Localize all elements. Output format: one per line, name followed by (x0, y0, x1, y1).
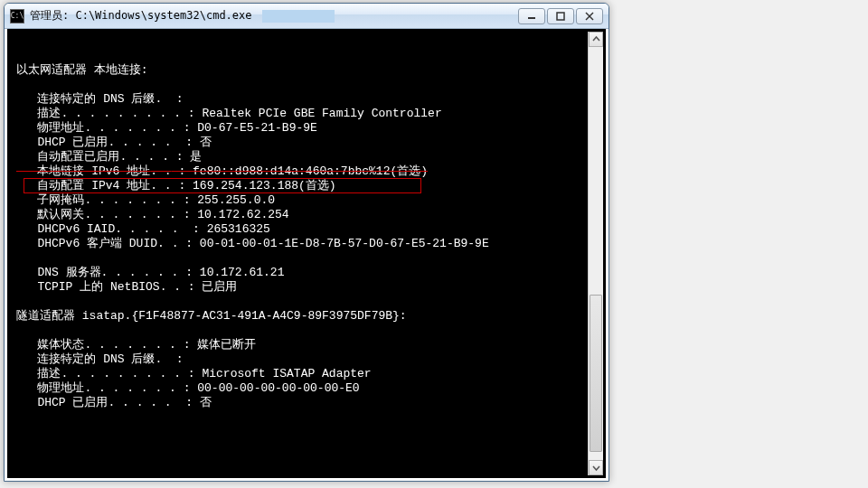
ethernet-row: 自动配置 IPv4 地址. . : 169.254.123.188(首选) (16, 179, 602, 193)
window-title: 管理员: C:\Windows\system32\cmd.exe (30, 8, 516, 23)
svg-rect-1 (557, 13, 564, 20)
tunnel-row: 描述. . . . . . . . . : Microsoft ISATAP A… (16, 367, 602, 381)
row-sep: : (169, 352, 190, 367)
title-redacted (262, 10, 335, 23)
row-sep: : (172, 179, 193, 193)
row-value: 否 (200, 136, 212, 150)
row-leader: . . . . . (115, 222, 185, 237)
ethernet-row: TCPIP 上的 NetBIOS. . : 已启用 (16, 280, 602, 295)
row-leader: . . . . . . . . . (61, 107, 181, 121)
row-value: D0-67-E5-21-B9-9E (197, 121, 317, 136)
row-sep: : (185, 222, 206, 237)
row-sep: : (181, 280, 202, 295)
ethernet-row: 描述. . . . . . . . . : Realtek PCIe GBE F… (16, 107, 602, 121)
row-value: 00-00-00-00-00-00-00-E0 (197, 381, 359, 396)
row-label: 物理地址 (16, 121, 84, 136)
scroll-track[interactable] (589, 47, 603, 460)
row-value: 00-01-00-01-1E-D8-7B-57-D0-67-E5-21-B9-9… (200, 237, 489, 251)
row-value: 是 (190, 150, 202, 164)
row-label: 描述 (16, 107, 61, 121)
row-leader: . . (150, 164, 171, 179)
row-sep: : (178, 396, 199, 410)
ethernet-row: DHCPv6 IAID. . . . . : 265316325 (16, 222, 602, 237)
scroll-down-button[interactable] (589, 460, 603, 475)
row-sep: : (176, 381, 197, 396)
row-leader: . . (160, 280, 181, 295)
row-leader: . (155, 92, 169, 107)
row-value: fe80::d988:d14a:460a:7bbc%12(首选) (193, 164, 428, 179)
tunnel-row: 物理地址. . . . . . . : 00-00-00-00-00-00-00… (16, 381, 602, 396)
row-label: 默认网关 (16, 208, 84, 222)
vertical-scrollbar[interactable] (588, 32, 603, 475)
window-buttons (516, 8, 603, 24)
row-label: DNS 服务器 (16, 266, 101, 280)
row-label: 物理地址 (16, 381, 84, 396)
blank-line (16, 78, 602, 92)
row-leader: . . (157, 237, 178, 251)
row-value: 媒体已断开 (197, 338, 256, 352)
ethernet-row: 自动配置已启用. . . . : 是 (16, 150, 602, 164)
tunnel-header: 隧道适配器 isatap.{F1F48877-AC31-491A-A4C9-89… (16, 309, 602, 324)
maximize-button[interactable] (547, 8, 574, 24)
row-label: 描述 (16, 367, 61, 381)
row-label: DHCP 已启用 (16, 136, 108, 150)
blank-line (16, 324, 602, 338)
row-value: 265316325 (207, 222, 270, 237)
ethernet-row: 本地链接 IPv6 地址. . : fe80::d988:d14a:460a:7… (16, 164, 602, 179)
row-leader: . . . . . (108, 136, 178, 150)
titlebar[interactable]: C:\ 管理员: C:\Windows\system32\cmd.exe (5, 4, 609, 29)
row-sep: : (176, 338, 197, 352)
row-value: Microsoft ISATAP Adapter (202, 367, 371, 381)
minimize-button[interactable] (518, 8, 545, 24)
row-sep: : (176, 208, 197, 222)
row-sep: : (172, 164, 193, 179)
row-leader: . . . . . (108, 396, 178, 410)
close-button[interactable] (576, 8, 603, 24)
row-label: TCPIP 上的 NetBIOS (16, 280, 160, 295)
row-sep: : (176, 193, 197, 208)
row-sep: : (178, 266, 199, 280)
row-value: Realtek PCIe GBE Family Controller (202, 107, 441, 121)
row-label: 本地链接 IPv6 地址 (16, 164, 150, 179)
ethernet-row: DHCP 已启用. . . . . : 否 (16, 136, 602, 150)
row-label: DHCP 已启用 (16, 396, 108, 410)
ethernet-row: 默认网关. . . . . . . : 10.172.62.254 (16, 208, 602, 222)
row-value: 10.172.61.21 (200, 266, 285, 280)
cmd-window: C:\ 管理员: C:\Windows\system32\cmd.exe 以太网… (4, 3, 609, 482)
window-title-text: 管理员: C:\Windows\system32\cmd.exe (30, 9, 252, 22)
row-leader: . . . . . . . (84, 381, 175, 396)
row-leader: . . . . . . . . . (61, 367, 181, 381)
row-value: 10.172.62.254 (197, 208, 288, 222)
maximize-icon (556, 12, 565, 21)
row-label: 媒体状态 (16, 338, 84, 352)
minimize-icon (527, 12, 536, 21)
row-sep: : (181, 107, 202, 121)
scroll-up-button[interactable] (589, 32, 603, 47)
row-leader: . (155, 352, 169, 367)
cmd-icon: C:\ (10, 9, 24, 23)
console-text: 以太网适配器 本地连接: 连接特定的 DNS 后缀. : 描述. . . . .… (16, 63, 602, 410)
scroll-thumb[interactable] (590, 295, 602, 452)
tunnel-row: 连接特定的 DNS 后缀. : (16, 352, 602, 367)
ethernet-row: 子网掩码. . . . . . . : 255.255.0.0 (16, 193, 602, 208)
row-label: 连接特定的 DNS 后缀 (16, 92, 155, 107)
ethernet-header: 以太网适配器 本地连接: (16, 63, 602, 78)
row-label: 自动配置已启用 (16, 150, 119, 164)
row-value: 否 (200, 396, 212, 410)
tunnel-row: 媒体状态. . . . . . . : 媒体已断开 (16, 338, 602, 352)
row-sep: : (176, 121, 197, 136)
row-label: DHCPv6 IAID (16, 222, 115, 237)
row-label: DHCPv6 客户端 DUID (16, 237, 157, 251)
close-icon (585, 12, 594, 21)
ethernet-row: 连接特定的 DNS 后缀. : (16, 92, 602, 107)
chevron-up-icon (592, 35, 600, 43)
row-value: 255.255.0.0 (197, 193, 275, 208)
ethernet-row: 物理地址. . . . . . . : D0-67-E5-21-B9-9E (16, 121, 602, 136)
blank-line (16, 295, 602, 309)
console-area[interactable]: 以太网适配器 本地连接: 连接特定的 DNS 后缀. : 描述. . . . .… (7, 29, 606, 478)
row-value: 已启用 (202, 280, 237, 295)
ethernet-row: DNS 服务器. . . . . . : 10.172.61.21 (16, 266, 602, 280)
row-leader: . . . . . . . (84, 121, 175, 136)
row-leader: . . . . . . (101, 266, 179, 280)
row-sep: : (178, 136, 199, 150)
